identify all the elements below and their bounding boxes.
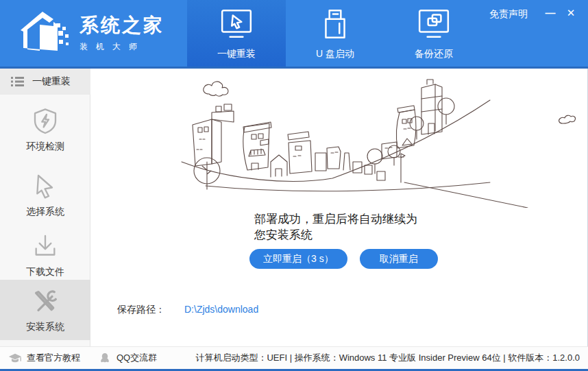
sidebar-item-download-files[interactable]: 下载文件 (0, 225, 90, 285)
status-bar: 查看官方教程 QQ交流群 计算机启动类型：UEFI | 操作系统：Windows… (0, 346, 588, 369)
sidebar-item-label: 一键重装 (32, 75, 71, 88)
restart-button-row: 立即重启（3 s） 取消重启 (249, 249, 438, 269)
cursor-icon (32, 172, 59, 200)
sidebar-item-label: 安装系统 (26, 321, 64, 333)
brand-text: 系统之家 装机大师 (79, 14, 164, 53)
tutorial-link[interactable]: 查看官方教程 (8, 352, 80, 364)
sidebar: 一键重装 环境检测 选择系统 下载文件 (0, 69, 90, 346)
app-logo: 系统之家 装机大师 (19, 8, 164, 58)
foreground-line (206, 182, 490, 191)
sidebar-item-onekey[interactable]: 一键重装 (0, 69, 90, 95)
graduation-cap-icon (8, 352, 22, 364)
cityscape-illustration (168, 74, 586, 208)
list-icon (11, 76, 24, 87)
system-info: 计算机启动类型：UEFI | 操作系统：Windows 11 专业版 Insid… (195, 347, 580, 369)
qq-group-label: QQ交流群 (117, 352, 157, 364)
monitor-copy-icon (417, 7, 451, 41)
save-path-row: 保存路径： D:\Zjds\download (117, 304, 258, 316)
monitor-cursor-icon (219, 7, 254, 41)
close-button[interactable]: ✕ (563, 5, 578, 21)
tab-label: U 盘启动 (316, 48, 354, 60)
qq-penguin-icon (98, 352, 112, 364)
save-path-label: 保存路径： (117, 304, 165, 316)
cancel-restart-button[interactable]: 取消重启 (360, 249, 438, 269)
main-content: 部署成功，重启后将自动继续为 您安装系统 立即重启（3 s） 取消重启 保存路径… (91, 69, 587, 346)
usb-drive-icon (318, 7, 352, 41)
brand-subtitle: 装机大师 (79, 41, 164, 53)
cloud-small (559, 115, 576, 123)
save-path-value[interactable]: D:\Zjds\download (184, 304, 258, 316)
tab-backup-restore[interactable]: 备份还原 (384, 0, 483, 67)
tutorial-link-label: 查看官方教程 (27, 352, 80, 364)
sidebar-item-install-system[interactable]: 安装系统 (0, 280, 90, 340)
tab-usb-boot[interactable]: U 盘启动 (286, 0, 384, 67)
tools-icon (32, 287, 59, 315)
deploy-message-line2: 您安装系统 (254, 227, 453, 243)
sidebar-item-label: 选择系统 (26, 206, 64, 218)
restart-now-button[interactable]: 立即重启（3 s） (249, 249, 347, 269)
tab-label: 备份还原 (415, 48, 453, 60)
sidebar-item-select-system[interactable]: 选择系统 (0, 165, 90, 225)
deploy-message: 部署成功，重启后将自动继续为 您安装系统 (254, 211, 453, 243)
tab-onekey-reinstall[interactable]: 一键重装 (187, 0, 286, 67)
app-window: 系统之家 装机大师 一键重装 U 盘启动 (0, 0, 588, 371)
hill-line (182, 100, 490, 181)
cloud (204, 82, 228, 96)
app-header: 系统之家 装机大师 一键重装 U 盘启动 (0, 0, 588, 69)
sidebar-item-label: 环境检测 (26, 141, 64, 153)
sidebar-item-env-check[interactable]: 环境检测 (0, 99, 90, 160)
main-nav: 一键重装 U 盘启动 备份还原 (187, 0, 483, 67)
shield-lightning-icon (32, 107, 59, 134)
road-line (404, 182, 528, 208)
brand-title: 系统之家 (79, 14, 164, 37)
download-icon (32, 232, 59, 260)
tab-label: 一键重装 (217, 48, 256, 60)
minimize-button[interactable]: — (543, 5, 558, 21)
house-logo-icon (19, 8, 73, 58)
qq-group-link[interactable]: QQ交流群 (98, 352, 157, 364)
disclaimer-link[interactable]: 免责声明 (489, 8, 528, 21)
sidebar-item-label: 下载文件 (26, 266, 64, 278)
deploy-message-line1: 部署成功，重启后将自动继续为 (254, 211, 453, 227)
